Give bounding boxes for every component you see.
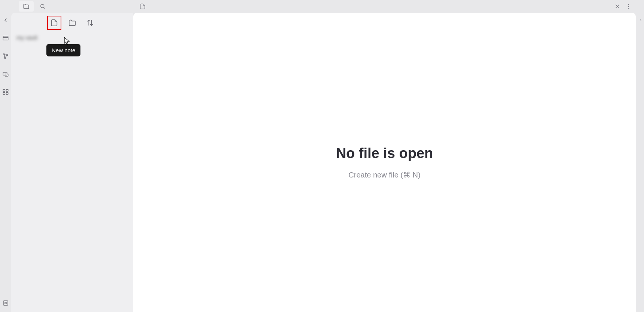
explorer-actions: [15, 18, 129, 28]
collapse-sidebar-icon[interactable]: [2, 16, 9, 24]
svg-rect-14: [3, 301, 8, 305]
canvas-icon[interactable]: [2, 70, 9, 78]
tab-more-button[interactable]: [623, 1, 634, 12]
explorer-tabs: [11, 0, 133, 13]
vault-name: my vault: [15, 34, 129, 41]
editor-tabbar: [133, 0, 637, 13]
svg-line-6: [4, 55, 5, 57]
search-tab[interactable]: [35, 1, 50, 12]
svg-line-17: [44, 7, 45, 9]
explorer-body: New note my vault: [11, 13, 133, 312]
svg-rect-13: [6, 93, 8, 95]
svg-rect-12: [3, 93, 5, 95]
file-explorer-panel: New note my vault: [11, 0, 133, 312]
empty-tab[interactable]: [136, 1, 149, 12]
svg-point-22: [628, 8, 629, 9]
svg-rect-11: [6, 89, 8, 91]
create-new-file-link[interactable]: Create new file (⌘ N): [348, 170, 420, 179]
svg-line-7: [5, 55, 7, 57]
main-area: No file is open Create new file (⌘ N): [133, 0, 637, 312]
svg-point-21: [628, 6, 629, 7]
new-note-button[interactable]: [49, 18, 59, 28]
new-folder-button[interactable]: [67, 18, 77, 28]
svg-rect-0: [3, 36, 8, 40]
svg-point-15: [5, 302, 7, 304]
svg-rect-10: [3, 89, 5, 91]
close-tab-button[interactable]: [612, 1, 623, 12]
editor-content: No file is open Create new file (⌘ N): [133, 13, 636, 312]
graph-view-icon[interactable]: [2, 52, 9, 60]
sort-button[interactable]: [85, 18, 95, 28]
command-palette-icon[interactable]: [2, 88, 9, 96]
files-tab[interactable]: [19, 1, 34, 12]
left-ribbon: [0, 0, 11, 312]
svg-point-16: [41, 4, 44, 8]
right-sidebar-toggle[interactable]: [637, 0, 644, 312]
vault-switcher-icon[interactable]: [2, 299, 9, 307]
quick-switcher-icon[interactable]: [2, 34, 9, 42]
tooltip: New note: [46, 44, 80, 56]
svg-point-20: [628, 4, 629, 5]
empty-state-title: No file is open: [336, 145, 433, 161]
